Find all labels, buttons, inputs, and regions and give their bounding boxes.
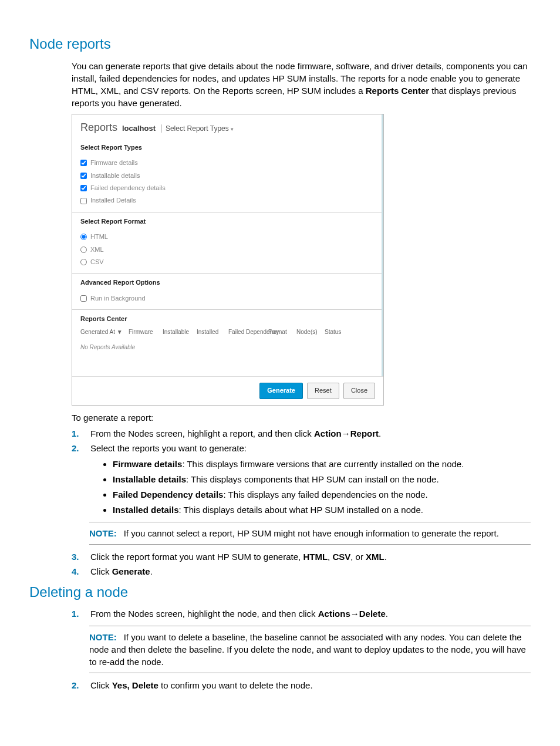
bullet-installable: Installable details: This displays compo…	[113, 473, 531, 485]
reset-button[interactable]: Reset	[307, 383, 339, 399]
checkbox-installed-details[interactable]: Installed Details	[80, 194, 373, 207]
select-report-format-title: Select Report Format	[80, 217, 373, 226]
reports-brand: Reports	[80, 121, 117, 133]
checkbox-run-background[interactable]: Run in Background	[80, 292, 373, 305]
step-4: Click Generate.	[90, 565, 531, 578]
step-3: Click the report format you want HP SUM …	[90, 551, 531, 563]
advanced-report-options-title: Advanced Report Options	[80, 278, 373, 287]
del-step-2: Click Yes, Delete to confirm you want to…	[90, 679, 531, 691]
no-reports-message: No Reports Available	[80, 336, 373, 372]
reports-footer: Generate Reset Close	[72, 376, 383, 404]
report-types-dropdown[interactable]: Select Report Types ▾	[161, 124, 234, 133]
step-1: From the Nodes screen, highlight a repor…	[90, 427, 531, 440]
radio-html[interactable]: HTML	[80, 231, 373, 243]
reports-center-title: Reports Center	[80, 315, 373, 323]
generate-button[interactable]: Generate	[259, 383, 303, 399]
step-2: Select the reports you want to generate:	[90, 442, 531, 454]
generate-lead: To generate a report:	[72, 411, 531, 424]
checkbox-firmware-details[interactable]: Firmware details	[80, 157, 373, 169]
radio-csv[interactable]: CSV	[80, 256, 373, 268]
radio-xml[interactable]: XML	[80, 244, 373, 256]
checkbox-failed-dependency-details[interactable]: Failed dependency details	[80, 182, 373, 194]
reports-header: Reports localhost Select Report Types ▾	[72, 114, 383, 139]
reports-table-header: Generated At ▼ Firmware Installable Inst…	[80, 328, 373, 336]
chevron-down-icon: ▾	[231, 126, 234, 131]
bullet-installed: Installed details: This displays details…	[113, 504, 531, 516]
reports-host: localhost	[122, 124, 156, 133]
reports-screenshot: Reports localhost Select Report Types ▾ …	[72, 114, 384, 406]
select-report-types-title: Select Report Types	[80, 143, 373, 152]
intro-paragraph: You can generate reports that give detai…	[72, 60, 531, 109]
section-title-node-reports: Node reports	[29, 34, 531, 54]
checkbox-installable-details[interactable]: Installable details	[80, 170, 373, 182]
note-delete-baseline: NOTE:If you want to delete a baseline, t…	[89, 626, 531, 673]
del-step-1: From the Nodes screen, highlight the nod…	[90, 607, 531, 620]
bullet-failed-dependency: Failed Dependency details: This displays…	[113, 488, 531, 501]
section-title-deleting-node: Deleting a node	[29, 582, 531, 602]
note-report-select: NOTE:If you cannot select a report, HP S…	[89, 522, 531, 545]
bullet-firmware: Firmware details: This displays firmware…	[113, 458, 531, 470]
close-button[interactable]: Close	[343, 383, 375, 399]
